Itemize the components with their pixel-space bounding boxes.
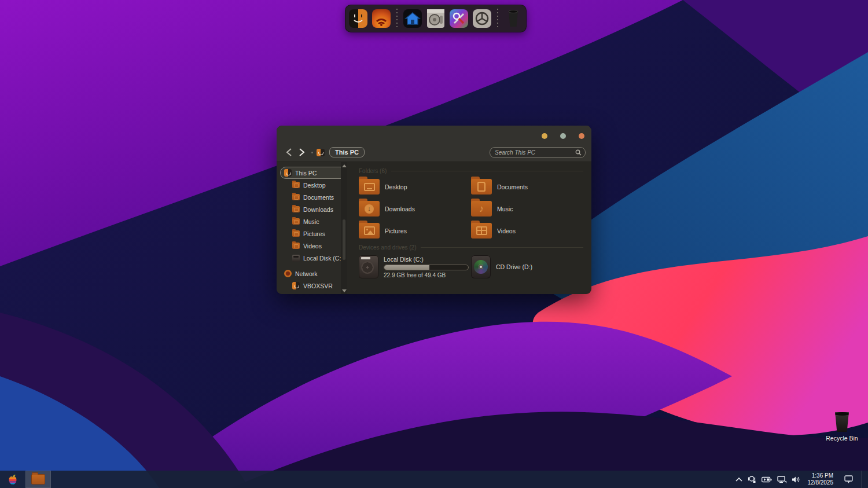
forward-button[interactable] — [295, 146, 308, 159]
sidebar-item-label: Downloads — [303, 206, 333, 213]
file-explorer-window: This PC This PC Desktop — [277, 126, 591, 294]
sidebar-item[interactable]: Videos — [288, 240, 346, 252]
drive-local-disk[interactable]: Local Disk (C:) 22.9 GB free of 49.4 GB — [359, 255, 471, 278]
sidebar-scrollbar[interactable] — [341, 162, 347, 294]
sidebar-item[interactable]: Downloads — [288, 203, 346, 215]
scroll-up-icon[interactable] — [342, 164, 347, 167]
sidebar-item-label: Desktop — [303, 182, 326, 189]
system-tray: 1:36 PM 12/8/2025 — [735, 471, 868, 488]
sidebar-item-icon — [292, 194, 300, 200]
disk-free-space: 22.9 GB free of 49.4 GB — [384, 272, 469, 278]
finder-icon[interactable] — [348, 8, 369, 29]
address-this-pc-icon — [317, 149, 325, 156]
sidebar-item-label: Documents — [303, 194, 334, 201]
drive-cd[interactable]: CD Drive (D:) — [471, 255, 583, 278]
tweak-tool-icon[interactable] — [448, 8, 469, 29]
folder-tile[interactable]: Music — [471, 201, 583, 217]
folder-icon — [471, 179, 492, 195]
close-button[interactable] — [579, 133, 584, 139]
action-center-icon[interactable] — [844, 475, 853, 483]
scroll-down-icon[interactable] — [342, 289, 347, 292]
folder-label: Videos — [497, 228, 516, 234]
title-bar[interactable] — [277, 126, 591, 143]
sidebar-item-icon — [292, 282, 300, 289]
search-input[interactable] — [494, 149, 575, 156]
sidebar-item[interactable]: Documents — [288, 191, 346, 203]
dock — [345, 5, 527, 32]
hard-disk-icon — [359, 255, 378, 278]
sidebar-item[interactable]: Network — [280, 267, 346, 280]
sidebar-item-label: Videos — [303, 243, 322, 249]
folder-label: Desktop — [385, 184, 407, 190]
sidebar-item-icon — [292, 182, 300, 188]
sidebar-item-label: Pictures — [303, 230, 325, 237]
scroll-thumb[interactable] — [343, 219, 345, 260]
maximize-button[interactable] — [560, 133, 566, 139]
sidebar-item-icon — [292, 230, 300, 237]
home-icon[interactable] — [402, 8, 423, 29]
folder-tile[interactable]: Pictures — [359, 223, 471, 239]
disk-usage-bar — [384, 265, 469, 270]
group-header-folders[interactable]: Folders (6) — [359, 168, 583, 174]
drive-label: Local Disk (C:) — [384, 256, 469, 263]
sidebar: This PC Desktop Documents Downlo — [277, 162, 347, 294]
battery-icon[interactable] — [762, 476, 772, 483]
taskbar-file-explorer-button[interactable] — [25, 471, 51, 488]
folder-icon — [359, 179, 380, 195]
recycle-bin-icon[interactable] — [834, 412, 850, 432]
recent-locations-dropdown[interactable] — [311, 152, 313, 153]
file-list: Folders (6) Desktop — [347, 162, 591, 294]
drive-label: CD Drive (D:) — [496, 263, 532, 270]
search-box[interactable] — [490, 147, 586, 158]
sidebar-item[interactable]: VBOXSVR — [288, 280, 346, 292]
sidebar-item-icon — [292, 255, 300, 262]
breadcrumb[interactable]: This PC — [329, 147, 365, 157]
taskbar: 1:36 PM 12/8/2025 — [0, 471, 868, 488]
sidebar-item-label: VBOXSVR — [303, 282, 333, 289]
folder-tile[interactable]: Documents — [471, 179, 583, 195]
cd-drive-icon — [471, 255, 491, 278]
show-desktop-button[interactable] — [862, 471, 865, 488]
recycle-bin[interactable]: Recycle Bin — [819, 412, 865, 442]
sidebar-item-icon — [292, 206, 300, 212]
hidden-icons-chevron-icon[interactable] — [735, 477, 742, 482]
web-browser-icon[interactable] — [371, 8, 392, 29]
start-button[interactable] — [0, 471, 25, 488]
search-icon — [575, 149, 582, 156]
apple-logo-icon — [7, 473, 19, 486]
volume-icon[interactable] — [792, 476, 800, 483]
dock-separator — [396, 9, 398, 28]
desktop: This PC This PC Desktop — [0, 0, 868, 488]
sidebar-item[interactable]: Pictures — [288, 228, 346, 240]
sidebar-item-icon — [292, 218, 300, 225]
navigation-bar: This PC — [277, 143, 591, 162]
sidebar-item-label: Network — [295, 270, 318, 277]
folder-icon — [359, 223, 380, 239]
safely-remove-hardware-icon[interactable] — [748, 475, 756, 483]
folder-icon — [359, 201, 380, 217]
sidebar-item-icon — [284, 169, 292, 177]
network-icon[interactable] — [777, 476, 786, 483]
folder-label: Music — [497, 206, 513, 212]
sidebar-item-label: Local Disk (C:) — [303, 255, 343, 262]
folder-icon — [471, 223, 492, 239]
folder-tile[interactable]: Videos — [471, 223, 583, 239]
sidebar-item[interactable]: This PC — [280, 167, 346, 179]
group-header-drives[interactable]: Devices and drives (2) — [359, 244, 583, 251]
back-button[interactable] — [282, 146, 295, 159]
folder-tile[interactable]: Desktop — [359, 179, 471, 195]
trash-icon[interactable] — [503, 8, 524, 29]
folder-tile[interactable]: Downloads — [359, 201, 471, 217]
dock-separator — [497, 9, 498, 28]
sidebar-item[interactable]: Local Disk (C:) — [288, 252, 346, 264]
recycle-bin-label: Recycle Bin — [826, 435, 858, 442]
sidebar-item-icon — [292, 243, 300, 249]
minimize-button[interactable] — [542, 133, 547, 139]
taskbar-clock[interactable]: 1:36 PM 12/8/2025 — [808, 472, 834, 486]
folder-label: Downloads — [385, 206, 415, 212]
sidebar-item[interactable]: Desktop — [288, 179, 346, 191]
sidebar-item[interactable]: Music — [288, 215, 346, 228]
clock-time: 1:36 PM — [808, 472, 834, 479]
system-preferences-icon[interactable] — [472, 8, 492, 29]
hard-drive-icon[interactable] — [425, 8, 446, 29]
